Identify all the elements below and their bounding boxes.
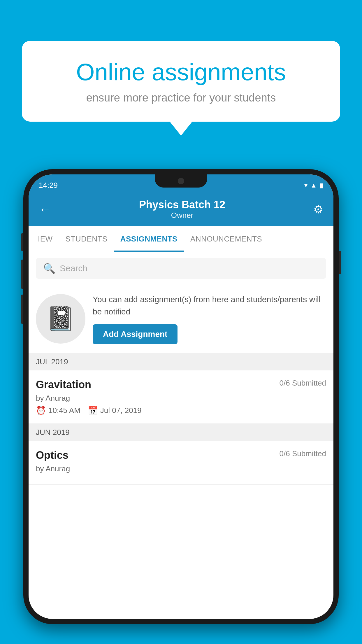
speech-bubble: Online assignments ensure more practice … [22, 41, 340, 122]
status-time: 14:29 [39, 181, 58, 190]
silent-button [21, 295, 23, 324]
assignment-date: 📅 Jul 07, 2019 [88, 406, 142, 415]
speech-bubble-section: Online assignments ensure more practice … [22, 41, 340, 122]
tab-announcements[interactable]: ANNOUNCEMENTS [184, 226, 268, 252]
status-icons: ▾ ▲ ▮ [304, 182, 323, 189]
phone-mockup: 14:29 ▾ ▲ ▮ ← Physics Batch 12 Owner ⚙ I… [23, 169, 339, 624]
assignment-item-gravitation[interactable]: Gravitation 0/6 Submitted by Anurag ⏰ 10… [29, 370, 333, 424]
wifi-icon: ▾ [304, 182, 307, 189]
assignment-title: Gravitation [36, 379, 91, 391]
search-container: 🔍 Search [29, 252, 333, 285]
speech-bubble-subtitle: ensure more practice for your students [42, 92, 320, 104]
volume-down-button [21, 260, 23, 289]
search-placeholder: Search [60, 263, 87, 273]
assignment-submitted: 0/6 Submitted [280, 379, 326, 388]
assignment-item-optics[interactable]: Optics 0/6 Submitted by Anurag [29, 441, 333, 485]
promo-icon-circle: 📓 [36, 294, 85, 344]
header-title: Physics Batch 12 [139, 199, 225, 211]
tab-bar: IEW STUDENTS ASSIGNMENTS ANNOUNCEMENTS [29, 226, 333, 252]
phone-screen: 14:29 ▾ ▲ ▮ ← Physics Batch 12 Owner ⚙ I… [29, 174, 333, 619]
volume-up-button [21, 233, 23, 251]
search-bar[interactable]: 🔍 Search [36, 258, 326, 279]
tab-assignments[interactable]: ASSIGNMENTS [114, 226, 184, 252]
assignment-meta: ⏰ 10:45 AM 📅 Jul 07, 2019 [36, 406, 326, 415]
phone-notch [155, 174, 207, 188]
promo-content: You can add assignment(s) from here and … [93, 293, 326, 344]
month-divider-jul: JUL 2019 [29, 353, 333, 370]
assignment-by-optics: by Anurag [36, 464, 326, 473]
tab-overview[interactable]: IEW [31, 226, 59, 252]
settings-icon[interactable]: ⚙ [313, 203, 323, 216]
front-camera [178, 178, 184, 184]
calendar-icon: 📅 [88, 406, 98, 415]
notebook-icon: 📓 [46, 305, 75, 332]
add-assignment-button[interactable]: Add Assignment [93, 324, 178, 344]
header-center: Physics Batch 12 Owner [139, 199, 225, 220]
promo-section: 📓 You can add assignment(s) from here an… [29, 285, 333, 353]
header-subtitle: Owner [139, 211, 225, 220]
content-area: 🔍 Search 📓 You can add assignment(s) fro… [29, 252, 333, 485]
assignment-title-optics: Optics [36, 449, 68, 461]
assignment-submitted-optics: 0/6 Submitted [280, 449, 326, 458]
tab-students[interactable]: STUDENTS [59, 226, 114, 252]
assignment-time: ⏰ 10:45 AM [36, 406, 80, 415]
search-icon: 🔍 [43, 262, 55, 274]
speech-bubble-title: Online assignments [42, 58, 320, 86]
battery-icon: ▮ [320, 182, 323, 189]
assignment-by: by Anurag [36, 394, 326, 403]
back-button[interactable]: ← [39, 202, 51, 216]
app-header: ← Physics Batch 12 Owner ⚙ [29, 193, 333, 226]
signal-icon: ▲ [310, 182, 317, 189]
clock-icon: ⏰ [36, 406, 46, 415]
month-divider-jun: JUN 2019 [29, 424, 333, 441]
power-button [339, 251, 341, 274]
promo-text: You can add assignment(s) from here and … [93, 293, 326, 318]
